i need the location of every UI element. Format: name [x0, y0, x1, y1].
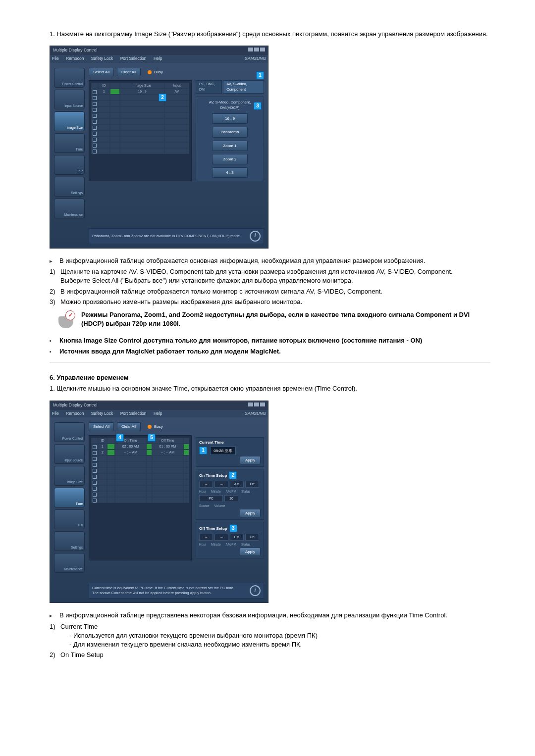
menu-help[interactable]: Help: [154, 56, 162, 61]
menu-remocon[interactable]: Remocon: [66, 56, 84, 61]
callout-3: 3: [254, 102, 262, 110]
note-pin-icon: [58, 310, 75, 330]
brand-label: SAMSUNG: [245, 56, 266, 62]
apply-button[interactable]: Apply: [240, 509, 261, 517]
apply-button[interactable]: Apply: [240, 456, 261, 464]
arrow-icon: ▪: [50, 347, 59, 355]
callout-3: 3: [229, 524, 237, 532]
info-icon: i: [250, 231, 261, 242]
sidebar-item-pip[interactable]: PIP: [54, 509, 85, 529]
callout-1: 1: [199, 447, 207, 454]
after-shot1-n2: 2)В информационной таблице отображается …: [50, 287, 490, 296]
menubar: File Remocon Safety Lock Port Selection …: [50, 55, 268, 63]
sidebar-item-power[interactable]: Power Control: [54, 68, 85, 88]
note-magicnet: ▪ Источник ввода для MagicNet работает т…: [50, 347, 490, 356]
sidebar-item-input-source[interactable]: Input Source: [54, 444, 85, 464]
menubar: File Remocon Safety Lock Port Selection …: [50, 410, 268, 418]
tab-pc-bnc-dvi[interactable]: PC, BNC, DVI: [196, 80, 222, 94]
window-buttons[interactable]: [247, 403, 265, 408]
sidebar-item-time[interactable]: Time: [54, 133, 85, 153]
option-zoom2[interactable]: Zoom 2: [212, 154, 248, 164]
menu-safety-lock[interactable]: Safety Lock: [91, 411, 113, 416]
off-minute-select[interactable]: --: [214, 534, 228, 541]
on-source-select[interactable]: PC: [199, 495, 223, 502]
screenshot-image-size: Multiple Display Control File Remocon Sa…: [50, 46, 268, 249]
window-title: Multiple Display Control: [53, 48, 97, 53]
after-shot2-main: ▸ В информационной таблице представлена …: [50, 611, 490, 620]
footer-bar: Current time is equivalent to PC time. I…: [89, 583, 264, 599]
current-time-panel: Current Time 1 05:28 오후 Apply: [196, 437, 264, 467]
select-all-button[interactable]: Select All: [89, 68, 114, 76]
footer-line1: Current time is equivalent to PC time. I…: [92, 586, 234, 591]
after-shot1-n1: 1) Щелкните на карточке AV, S-VIDEO, Com…: [50, 267, 490, 285]
busy-dot-icon: [148, 70, 152, 74]
menu-remocon[interactable]: Remocon: [66, 411, 84, 416]
menu-safety-lock[interactable]: Safety Lock: [91, 56, 113, 61]
brand-label: SAMSUNG: [245, 411, 266, 417]
status-indicator-icon: [107, 444, 115, 450]
separator: [50, 362, 490, 362]
sidebar: Power Control Input Source Image Size Ti…: [54, 422, 85, 575]
on-status-select[interactable]: Off: [245, 481, 259, 488]
on-hour-select[interactable]: --: [199, 481, 213, 488]
on-minute-select[interactable]: --: [214, 481, 228, 488]
row-check[interactable]: [91, 89, 98, 95]
clear-all-button[interactable]: Clear All: [117, 68, 141, 76]
apply-button[interactable]: Apply: [240, 548, 261, 556]
sidebar-item-maintenance[interactable]: Maintenance: [54, 199, 85, 218]
off-hour-select[interactable]: --: [199, 534, 213, 541]
after-shot2-n2: 2)On Time Setup: [50, 651, 490, 659]
sidebar-item-input-source[interactable]: Input Source: [54, 90, 85, 109]
note-power-on: ▪ Кнопка Image Size Control доступна тол…: [50, 336, 490, 345]
sidebar-item-time[interactable]: Time: [54, 488, 85, 507]
col-id: ID: [98, 438, 107, 444]
sidebar-item-image-size[interactable]: Image Size: [54, 466, 85, 486]
option-panorama[interactable]: Panorama: [212, 127, 248, 137]
arrow-icon: ▸: [50, 256, 59, 265]
menu-file[interactable]: File: [52, 56, 59, 61]
option-4-3[interactable]: 4 : 3: [212, 167, 248, 178]
sidebar-item-settings[interactable]: Settings: [54, 531, 85, 551]
window-titlebar: Multiple Display Control: [50, 401, 268, 410]
callout-2: 2: [229, 471, 237, 479]
callout-4: 4: [116, 434, 124, 442]
off-status-select[interactable]: On: [245, 534, 259, 541]
sidebar-item-image-size[interactable]: Image Size: [54, 111, 85, 131]
sidebar: Power Control Input Source Image Size Ti…: [54, 68, 85, 220]
clear-all-button[interactable]: Clear All: [117, 422, 141, 431]
intro-text: Нажмите на пиктограмму Image Size ("Разм…: [56, 30, 487, 38]
option-zoom1[interactable]: Zoom 1: [212, 141, 248, 151]
menu-port-selection[interactable]: Port Selection: [120, 56, 147, 61]
arrow-icon: ▸: [50, 611, 59, 619]
current-time-value: 05:28 오후: [210, 447, 236, 455]
busy-indicator: Busy: [148, 69, 163, 75]
window-title: Multiple Display Control: [53, 403, 97, 408]
on-ampm-select[interactable]: AM: [230, 481, 244, 488]
arrow-icon: ▪: [50, 336, 59, 345]
busy-dot-icon: [148, 425, 152, 429]
menu-file[interactable]: File: [52, 411, 59, 416]
col-check[interactable]: [91, 83, 98, 89]
sidebar-item-power[interactable]: Power Control: [54, 422, 85, 442]
tab-av-svideo-component[interactable]: AV, S-Video, Component: [223, 80, 264, 94]
menu-help[interactable]: Help: [154, 411, 162, 416]
footer-line2: The shown Current time will not be appli…: [92, 591, 234, 596]
status-indicator-icon: [110, 89, 120, 95]
info-table: ID On Time Off Time 4 5 1 02 : 00 AM: [89, 435, 192, 561]
after-shot2-n1: 1) Current Time - Используется для устан…: [50, 622, 490, 650]
option-16-9[interactable]: 16 : 9: [212, 113, 248, 124]
off-ampm-select[interactable]: PM: [230, 534, 244, 541]
note-panorama: Режимы Panorama, Zoom1, and Zoom2 недост…: [58, 310, 490, 330]
sidebar-item-settings[interactable]: Settings: [54, 177, 85, 197]
select-all-button[interactable]: Select All: [89, 422, 114, 431]
sidebar-item-pip[interactable]: PIP: [54, 155, 85, 175]
callout-2: 2: [159, 94, 166, 101]
col-id: ID: [98, 83, 110, 89]
window-buttons[interactable]: [247, 48, 265, 53]
sidebar-item-maintenance[interactable]: Maintenance: [54, 553, 85, 573]
footer-text: Panorama, Zoom1 and Zoom2 are not availa…: [92, 234, 241, 239]
menu-port-selection[interactable]: Port Selection: [120, 411, 147, 416]
section-6-heading: 6. Управление временем: [50, 373, 490, 382]
on-volume-select[interactable]: 10: [224, 495, 238, 502]
section-6-line1: 1. Щелкните мышью на основном значке Tim…: [50, 384, 490, 393]
